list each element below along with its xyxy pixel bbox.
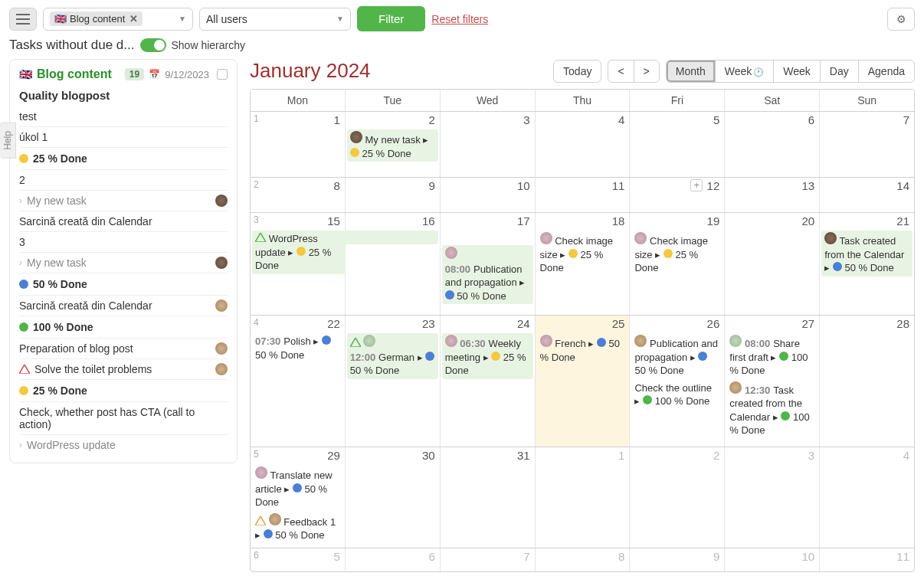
project-header[interactable]: 🇬🇧 Blog content 19 📅 9/12/2023 — [19, 67, 228, 81]
task-item[interactable]: Sarcină creată din Calendar — [19, 211, 228, 232]
calendar-day[interactable]: 9 — [630, 548, 725, 571]
calendar-day-today[interactable]: 25 French ▸ 50 % Done — [536, 316, 631, 447]
calendar-event[interactable]: Feedback 1 ▸ 50 % Done — [252, 512, 343, 544]
next-button[interactable]: > — [634, 60, 660, 83]
calendar-day[interactable]: 24 06:30Weekly meeting ▸ 25 % Done — [441, 316, 536, 447]
settings-button[interactable]: ⚙ — [887, 8, 915, 31]
calendar-day[interactable]: 4 — [820, 447, 914, 548]
calendar-day[interactable]: 7 — [820, 112, 914, 177]
calendar-day[interactable]: 26 Publication and propagation ▸ 50 % Do… — [630, 316, 725, 447]
expander-icon[interactable]: › — [19, 257, 22, 268]
expander-icon[interactable]: › — [19, 195, 22, 206]
calendar-day[interactable]: 3 — [725, 447, 820, 548]
calendar-day[interactable]: 30 — [346, 447, 441, 548]
calendar-grid: Mon Tue Wed Thu Fri Sat Sun 1 1 2 My new… — [250, 89, 915, 572]
task-item[interactable]: úkol 1 — [19, 127, 228, 148]
calendar-day[interactable]: 17 08:00Publication and propagation ▸ 50… — [441, 213, 536, 315]
calendar-day[interactable]: 2 My new task ▸ 25 % Done — [346, 112, 441, 177]
task-item[interactable]: ›My new task — [19, 253, 228, 273]
calendar-event[interactable]: 08:00Share first draft ▸ 100 % Done — [726, 333, 818, 379]
calendar-event[interactable]: 12:00German ▸ 50 % Done — [347, 333, 438, 379]
calendar-day[interactable]: 7 — [441, 548, 536, 571]
task-item[interactable]: 2 — [19, 170, 228, 191]
calendar-day[interactable]: 14 — [820, 178, 914, 212]
task-item[interactable]: ›My new task — [19, 191, 228, 211]
calendar-day[interactable]: 6 — [346, 548, 441, 571]
task-item[interactable]: test — [19, 106, 228, 127]
calendar-event[interactable]: WordPress update ▸ 25 % Done — [252, 231, 346, 274]
calendar-day[interactable]: 16 — [346, 213, 441, 315]
calendar-day[interactable]: 12+ — [630, 178, 725, 212]
today-button[interactable]: Today — [553, 60, 601, 83]
status-dot-icon — [664, 249, 673, 258]
calendar-day[interactable]: 1 — [536, 447, 631, 548]
calendar-day[interactable]: 28 — [820, 316, 914, 447]
filter-button[interactable]: Filter — [357, 6, 425, 31]
calendar-day[interactable]: 5 — [251, 548, 346, 571]
calendar-event[interactable]: Translate new article ▸ 50 % Done — [252, 465, 343, 511]
view-agenda[interactable]: Agenda — [858, 60, 915, 83]
task-item[interactable]: ›WordPress update — [19, 435, 228, 455]
add-event-button[interactable]: + — [690, 179, 703, 191]
calendar-day[interactable]: 22 07:30Polish ▸ 50 % Done — [251, 316, 346, 447]
calendar-day[interactable]: 23 12:00German ▸ 50 % Done — [346, 316, 441, 447]
remove-chip-icon[interactable]: ✕ — [129, 13, 138, 25]
calendar-event[interactable]: 12:30Task created from the Calendar ▸ 10… — [726, 380, 818, 439]
users-dropdown[interactable]: All users ▼ — [199, 8, 351, 31]
calendar-event[interactable]: Task created from the Calendar ▸ 50 % Do… — [821, 231, 913, 277]
calendar-event[interactable]: Publication and propagation ▸ 50 % Done — [631, 333, 722, 379]
task-item[interactable]: Check, whether post has CTA (call to act… — [19, 402, 228, 435]
project-chip[interactable]: 🇬🇧 Blog content ✕ — [50, 11, 143, 26]
calendar-day[interactable]: 9 — [346, 178, 441, 212]
project-checkbox[interactable] — [217, 69, 228, 80]
calendar-day[interactable]: 15 WordPress update ▸ 25 % Done — [251, 213, 346, 315]
calendar-day[interactable]: 20 — [725, 213, 820, 315]
expander-icon[interactable]: › — [19, 440, 22, 450]
calendar-day[interactable]: 18 Check image size ▸ 25 % Done — [536, 213, 631, 315]
calendar-day[interactable]: 8 — [251, 178, 346, 212]
calendar-day[interactable]: 8 — [536, 548, 631, 571]
calendar-event[interactable]: Check image size ▸ 25 % Done — [537, 231, 628, 277]
calendar-day[interactable]: 11 — [536, 178, 631, 212]
calendar-day[interactable]: 3 — [441, 112, 536, 177]
calendar-day[interactable]: 19 Check image size ▸ 25 % Done — [630, 213, 725, 315]
caret-down-icon: ▼ — [336, 15, 344, 23]
calendar-event[interactable]: Check the outline ▸ 100 % Done — [631, 380, 722, 410]
view-day[interactable]: Day — [820, 60, 859, 83]
calendar-day[interactable]: 4 — [536, 112, 631, 177]
calendar-event[interactable]: French ▸ 50 % Done — [537, 333, 628, 365]
calendar-day[interactable]: 11 — [820, 548, 914, 571]
hierarchy-toggle[interactable] — [140, 38, 166, 52]
view-month[interactable]: Month — [666, 60, 716, 83]
calendar-day[interactable]: 31 — [441, 447, 536, 548]
task-item[interactable]: Solve the toilet problems — [19, 359, 228, 380]
task-item[interactable]: Preparation of blog post — [19, 339, 228, 359]
calendar-day[interactable]: 21 Task created from the Calendar ▸ 50 %… — [820, 213, 914, 315]
view-week[interactable]: Week — [773, 60, 821, 83]
calendar-day[interactable]: 6 — [725, 112, 820, 177]
hierarchy-toggle-label: Show hierarchy — [171, 39, 245, 51]
reset-filters-link[interactable]: Reset filters — [431, 13, 488, 25]
view-week-work[interactable]: Week🕐 — [715, 60, 775, 83]
avatar — [445, 247, 457, 259]
calendar-day[interactable]: 29 Translate new article ▸ 50 % Done Fee… — [251, 447, 346, 548]
prev-button[interactable]: < — [608, 60, 634, 83]
calendar-day[interactable]: 2 — [630, 447, 725, 548]
calendar-day[interactable]: 13 — [725, 178, 820, 212]
calendar-day[interactable]: 27 08:00Share first draft ▸ 100 % Done 1… — [725, 316, 820, 447]
calendar-day[interactable]: 10 — [441, 178, 536, 212]
task-item[interactable]: Sarcină creată din Calendar — [19, 296, 228, 316]
calendar-week: 2 8 9 10 11 12+ 13 14 — [251, 178, 914, 213]
calendar-event[interactable]: My new task ▸ 25 % Done — [347, 129, 438, 162]
hamburger-menu[interactable] — [9, 8, 37, 31]
project-dropdown[interactable]: 🇬🇧 Blog content ✕ ▼ — [43, 8, 193, 31]
calendar-event[interactable]: 06:30Weekly meeting ▸ 25 % Done — [442, 333, 533, 379]
calendar-event[interactable]: Check image size ▸ 25 % Done — [631, 231, 722, 277]
calendar-event[interactable]: 08:00Publication and propagation ▸ 50 % … — [442, 245, 533, 304]
calendar-day[interactable]: 10 — [725, 548, 820, 571]
calendar-day[interactable]: 1 — [251, 112, 346, 177]
calendar-event[interactable]: 07:30Polish ▸ 50 % Done — [252, 333, 343, 363]
calendar-day[interactable]: 5 — [630, 112, 725, 177]
help-tab[interactable]: Help — [0, 123, 16, 159]
task-item[interactable]: 3 — [19, 232, 228, 253]
